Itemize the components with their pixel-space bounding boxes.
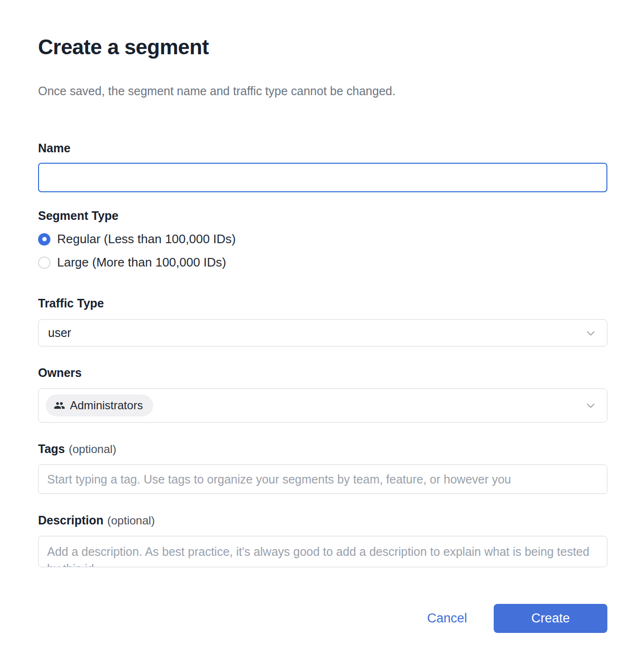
dialog-actions: Cancel Create: [38, 604, 607, 633]
radio-label[interactable]: Regular (Less than 100,000 IDs): [57, 232, 236, 247]
chevron-down-icon: [584, 399, 597, 412]
chevron-down-icon: [584, 326, 597, 340]
radio-selected-icon[interactable]: [38, 233, 50, 246]
radio-unselected-icon[interactable]: [38, 257, 50, 269]
name-label: Name: [38, 141, 607, 156]
create-button[interactable]: Create: [494, 604, 607, 633]
traffic-type-value: user: [48, 326, 71, 340]
tags-label: Tags(optional): [38, 442, 607, 456]
description-label: Description(optional): [38, 513, 607, 528]
cancel-button[interactable]: Cancel: [420, 607, 474, 630]
people-icon: [54, 400, 65, 411]
owner-chip-administrators[interactable]: Administrators: [46, 395, 153, 416]
name-input[interactable]: [38, 163, 607, 192]
dialog-title: Create a segment: [38, 35, 607, 59]
owners-label: Owners: [38, 365, 607, 380]
tags-optional-text: (optional): [69, 443, 117, 455]
segment-type-option-regular[interactable]: Regular (Less than 100,000 IDs): [38, 232, 607, 247]
tags-input[interactable]: [38, 464, 607, 494]
description-textarea[interactable]: [38, 536, 607, 567]
segment-type-label: Segment Type: [38, 208, 607, 223]
description-label-text: Description: [38, 513, 104, 527]
dialog-subtitle: Once saved, the segment name and traffic…: [38, 84, 607, 98]
create-segment-dialog: Create a segment Once saved, the segment…: [0, 0, 644, 633]
tags-label-text: Tags: [38, 442, 65, 455]
traffic-type-label: Traffic Type: [38, 296, 607, 311]
description-optional-text: (optional): [107, 514, 155, 527]
owner-chip-label: Administrators: [70, 399, 143, 412]
owners-select[interactable]: Administrators: [38, 388, 607, 423]
traffic-type-select[interactable]: user: [38, 319, 607, 346]
radio-label[interactable]: Large (More than 100,000 IDs): [57, 255, 226, 270]
segment-type-option-large[interactable]: Large (More than 100,000 IDs): [38, 255, 607, 270]
